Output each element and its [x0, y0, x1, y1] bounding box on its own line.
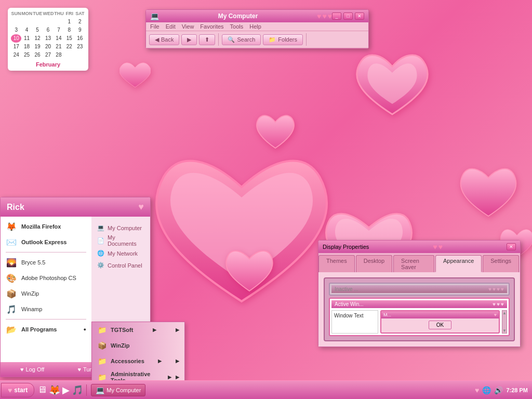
- start-label: start: [14, 387, 28, 394]
- dp-inactive-heart-1: ♥: [488, 286, 491, 292]
- turn-off-heart-icon: ♥: [77, 366, 81, 373]
- menu-favorites[interactable]: Favorites: [200, 23, 223, 30]
- submenu-accessories[interactable]: 📁 Accessories ▶: [92, 353, 184, 369]
- tab-desktop[interactable]: Desktop: [356, 255, 392, 272]
- maximize-button[interactable]: □: [343, 12, 353, 20]
- dp-tabs: Themes Desktop Screen Saver Appearance S…: [318, 253, 520, 272]
- folders-button[interactable]: 📁 Folders: [263, 34, 303, 45]
- dp-inactive-window: Inactive ... ♥ ♥ ♥ ♥: [329, 283, 510, 296]
- right-control-panel[interactable]: ⚙️ Control Panel: [96, 260, 146, 270]
- system-tray: ♥ 🌐 🔊 7:28 PM: [471, 386, 532, 394]
- taskbar-computer-icon: 💻: [96, 386, 104, 394]
- log-off-button[interactable]: ♥ Log Off: [16, 365, 48, 374]
- start-button[interactable]: ♥ start: [1, 383, 34, 397]
- submenu-winzip[interactable]: 📦 WinZip: [92, 338, 184, 353]
- tab-settings[interactable]: Settings: [483, 255, 519, 272]
- winzip-left-icon: 📦: [6, 288, 17, 299]
- start-item-winzip[interactable]: 📦 WinZip: [1, 286, 91, 301]
- ql-winamp[interactable]: 🎵: [72, 384, 83, 396]
- admin-tools-arrow: ▶: [168, 375, 171, 380]
- cal-fri: FRI: [64, 11, 75, 16]
- menu-view[interactable]: View: [182, 23, 194, 30]
- tgtsoft-label: TGTSoft: [111, 327, 133, 333]
- window-menu: File Edit View Favorites Tools Help: [146, 22, 368, 31]
- start-item-firefox[interactable]: 🦊 Mozilla Firefox: [1, 219, 91, 234]
- desktop-heart-7: [457, 166, 520, 221]
- calendar-month: February: [11, 61, 85, 68]
- start-menu-header: Rick ♥: [1, 197, 150, 217]
- close-button[interactable]: ✕: [355, 12, 364, 20]
- ql-firefox[interactable]: 🦊: [49, 384, 60, 396]
- dp-controls: ✕: [507, 243, 516, 250]
- ql-media[interactable]: ▶: [62, 384, 70, 396]
- dp-heart-2: ♥: [438, 243, 443, 251]
- start-menu: Rick ♥ 🦊 Mozilla Firefox ✉️ Outlook Expr…: [0, 197, 151, 377]
- start-item-outlook[interactable]: ✉️ Outlook Express: [1, 234, 91, 250]
- cal-sat: SAT: [75, 11, 85, 16]
- search-button[interactable]: 🔍 Search: [222, 34, 261, 45]
- log-off-label: Log Off: [26, 366, 45, 373]
- tray-heart-icon: ♥: [475, 386, 479, 394]
- dp-scroll-down: ▼: [502, 328, 507, 333]
- taskbar-computer-label: My Computer: [107, 387, 141, 393]
- clock-display: 7:28 PM: [506, 387, 528, 393]
- minimize-button[interactable]: _: [332, 12, 341, 20]
- right-my-docs[interactable]: 📄 My Documents: [96, 233, 146, 248]
- up-icon: ⬆: [205, 36, 209, 43]
- start-item-winamp[interactable]: 🎵 Winamp: [1, 301, 91, 317]
- up-button[interactable]: ⬆: [199, 34, 215, 45]
- menu-edit[interactable]: Edit: [166, 23, 176, 30]
- right-network[interactable]: 🌐 My Network: [96, 248, 146, 258]
- all-programs-arrow: ●: [84, 327, 86, 332]
- dp-title-bar: Display Properties ♥ ♥ ✕: [318, 241, 520, 253]
- photoshop-label: Adobe Photoshop CS: [21, 275, 76, 281]
- dp-ok-button[interactable]: OK: [429, 321, 451, 329]
- username-label: Rick: [7, 203, 24, 212]
- tray-sound-icon[interactable]: 🔊: [494, 386, 503, 394]
- start-heart-icon: ♥: [8, 386, 12, 394]
- winzip-sub-label: WinZip: [111, 342, 130, 349]
- menu-tools[interactable]: Tools: [230, 23, 244, 30]
- start-menu-heart: ♥: [138, 202, 144, 212]
- ql-show-desktop[interactable]: 🖥: [37, 384, 47, 395]
- all-programs-label: All Programs: [21, 326, 57, 332]
- tab-appearance[interactable]: Appearance: [435, 255, 482, 272]
- firefox-icon: 🦊: [6, 221, 17, 232]
- tab-themes[interactable]: Themes: [318, 255, 355, 272]
- start-menu-body: 🦊 Mozilla Firefox ✉️ Outlook Express 🌄 B…: [1, 217, 150, 362]
- desktop-heart-6: [223, 249, 275, 295]
- desktop-heart-1: [119, 62, 151, 90]
- dp-active-hearts: ♥ ♥ ♥: [493, 301, 504, 307]
- dp-window-text: Window Text: [331, 310, 378, 334]
- tray-network-icon[interactable]: 🌐: [482, 386, 491, 394]
- taskbar-item-my-computer[interactable]: 💻 My Computer: [91, 384, 145, 396]
- right-my-computer[interactable]: 💻 My Computer: [96, 223, 146, 233]
- start-item-photoshop[interactable]: 🎨 Adobe Photoshop CS: [1, 270, 91, 286]
- tab-screensaver[interactable]: Screen Saver: [393, 255, 434, 272]
- dp-scrollbar[interactable]: ▲ ▼: [502, 310, 507, 334]
- calendar-days: 12 3456789 10111213141516 17181920212223…: [11, 18, 85, 59]
- window-toolbar: ◀ Back ▶ ⬆ 🔍 Search 📁 Folders: [146, 31, 368, 48]
- my-computer-window: 💻 My Computer ♥ ♥ ♥ _ □ ✕ File Edit View…: [145, 9, 369, 49]
- dp-msg-text: M...: [383, 312, 391, 317]
- start-divider-1: [6, 252, 86, 252]
- menu-file[interactable]: File: [150, 23, 159, 30]
- submenu-tgtsoft[interactable]: 📁 TGTSoft ▶: [92, 322, 184, 338]
- dp-hearts: ♥ ♥: [433, 243, 443, 251]
- window-controls: _ □ ✕: [332, 12, 364, 20]
- dp-active-window: Active Win... ♥ ♥ ♥ Window Text M... ♥: [329, 298, 510, 336]
- folders-label: Folders: [278, 36, 297, 43]
- dp-close-button[interactable]: ✕: [507, 243, 516, 250]
- dp-active-heart-3: ♥: [501, 301, 504, 307]
- dp-msg-title: M... ♥: [381, 311, 499, 318]
- menu-help[interactable]: Help: [249, 23, 261, 30]
- start-item-all-programs[interactable]: 📂 All Programs ● 📁 TGTSoft ▶ 📦 WinZip: [1, 322, 91, 337]
- my-docs-icon: 📄: [97, 237, 104, 244]
- quick-launch: 🖥 🦊 ▶ 🎵: [34, 384, 87, 396]
- forward-button[interactable]: ▶: [181, 34, 197, 45]
- cal-sun: SUN: [11, 11, 21, 16]
- start-item-bryce[interactable]: 🌄 Bryce 5.5: [1, 255, 91, 270]
- accessories-icon: 📁: [97, 355, 107, 367]
- dp-msg-heart-icon: ♥: [494, 312, 497, 317]
- back-button[interactable]: ◀ Back: [149, 34, 179, 45]
